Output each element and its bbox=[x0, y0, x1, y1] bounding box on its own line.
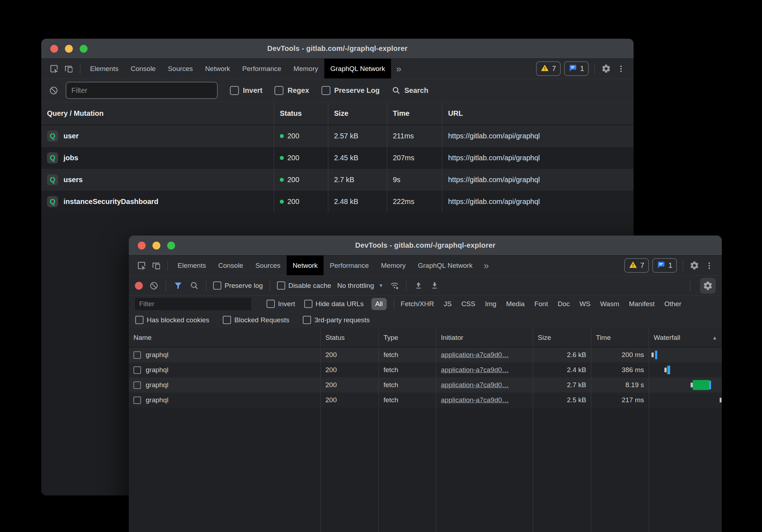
clear-icon[interactable] bbox=[48, 85, 58, 95]
column-header-time[interactable]: Time bbox=[387, 102, 442, 125]
inspect-element-icon[interactable] bbox=[46, 61, 61, 76]
type-filter-media[interactable]: Media bbox=[506, 300, 525, 308]
minimize-button[interactable] bbox=[65, 45, 73, 53]
row-checkbox[interactable] bbox=[133, 396, 141, 404]
column-header-waterfall[interactable]: Waterfall ▲ bbox=[649, 328, 722, 347]
column-header-status[interactable]: Status bbox=[274, 102, 328, 125]
search-icon[interactable] bbox=[189, 281, 199, 291]
kebab-menu-icon[interactable] bbox=[702, 258, 717, 273]
column-header-status[interactable]: Status bbox=[321, 328, 379, 347]
initiator-link[interactable]: application-a7ca9d0… bbox=[441, 366, 509, 374]
tab-graphql-network[interactable]: GraphQL Network bbox=[324, 59, 391, 79]
minimize-button[interactable] bbox=[152, 242, 160, 250]
settings-gear-icon[interactable] bbox=[687, 258, 702, 273]
zoom-button[interactable] bbox=[80, 45, 88, 53]
tab-network[interactable]: Network bbox=[287, 256, 324, 275]
network-row[interactable]: graphql 200 fetch application-a7ca9d0… 2… bbox=[129, 347, 722, 362]
preserve-log-checkbox[interactable] bbox=[213, 281, 221, 290]
row-checkbox[interactable] bbox=[133, 366, 141, 374]
tab-elements[interactable]: Elements bbox=[84, 59, 124, 79]
warnings-badge[interactable]: 7 bbox=[624, 258, 649, 273]
type-filter-fetch-xhr[interactable]: Fetch/XHR bbox=[401, 300, 434, 308]
settings-gear-icon[interactable] bbox=[598, 61, 613, 76]
tab-elements[interactable]: Elements bbox=[171, 256, 212, 275]
close-button[interactable] bbox=[50, 45, 58, 53]
type-filter-wasm[interactable]: Wasm bbox=[600, 300, 619, 308]
zoom-button[interactable] bbox=[167, 242, 175, 250]
clear-icon[interactable] bbox=[149, 281, 159, 291]
tab-console[interactable]: Console bbox=[212, 256, 249, 275]
more-tabs-icon[interactable]: » bbox=[479, 261, 494, 270]
network-conditions-icon[interactable] bbox=[389, 281, 399, 291]
type-filter-css[interactable]: CSS bbox=[461, 300, 475, 308]
initiator-link[interactable]: application-a7ca9d0… bbox=[441, 396, 509, 404]
tab-network[interactable]: Network bbox=[199, 59, 236, 79]
column-header-time[interactable]: Time bbox=[591, 328, 649, 347]
import-har-icon[interactable] bbox=[413, 281, 423, 291]
initiator-link[interactable]: application-a7ca9d0… bbox=[441, 351, 509, 359]
third-party-requests-checkbox[interactable] bbox=[303, 316, 311, 324]
row-checkbox[interactable] bbox=[133, 351, 141, 359]
invert-checkbox[interactable] bbox=[267, 300, 275, 308]
warnings-badge[interactable]: 7 bbox=[536, 61, 561, 76]
messages-badge[interactable]: 1 bbox=[564, 61, 589, 76]
record-network-log-button[interactable] bbox=[135, 282, 143, 290]
waterfall-cell[interactable] bbox=[649, 362, 722, 377]
search-control[interactable]: Search bbox=[392, 86, 428, 95]
export-har-icon[interactable] bbox=[429, 281, 439, 291]
type-filter-all[interactable]: All bbox=[371, 298, 387, 310]
window-titlebar[interactable]: DevTools - gitlab.com/-/graphql-explorer bbox=[129, 236, 722, 256]
type-filter-manifest[interactable]: Manifest bbox=[629, 300, 655, 308]
invert-checkbox[interactable] bbox=[230, 86, 239, 95]
row-checkbox[interactable] bbox=[133, 381, 141, 389]
window-titlebar[interactable]: DevTools - gitlab.com/-/graphql-explorer bbox=[41, 39, 634, 59]
tab-sources[interactable]: Sources bbox=[162, 59, 199, 79]
initiator-link[interactable]: application-a7ca9d0… bbox=[441, 381, 509, 389]
waterfall-cell[interactable] bbox=[649, 393, 722, 408]
tab-memory[interactable]: Memory bbox=[375, 256, 412, 275]
kebab-menu-icon[interactable] bbox=[613, 61, 629, 76]
inspect-element-icon[interactable] bbox=[134, 258, 149, 273]
network-row[interactable]: graphql 200 fetch application-a7ca9d0… 2… bbox=[129, 362, 722, 377]
close-button[interactable] bbox=[138, 242, 146, 250]
network-row[interactable]: graphql 200 fetch application-a7ca9d0… 2… bbox=[129, 377, 722, 393]
type-filter-doc[interactable]: Doc bbox=[558, 300, 570, 308]
device-toolbar-icon[interactable] bbox=[61, 61, 76, 76]
tab-memory[interactable]: Memory bbox=[287, 59, 324, 79]
disable-cache-checkbox[interactable] bbox=[277, 281, 285, 290]
column-header-name[interactable]: Name bbox=[129, 328, 321, 347]
preserve-log-checkbox[interactable] bbox=[321, 86, 330, 95]
tab-graphql-network[interactable]: GraphQL Network bbox=[412, 256, 479, 275]
tab-console[interactable]: Console bbox=[124, 59, 162, 79]
filter-input[interactable] bbox=[66, 82, 218, 99]
table-row[interactable]: Qjobs 200 2.45 kB 207ms https://gitlab.c… bbox=[41, 147, 634, 169]
hide-data-urls-checkbox[interactable] bbox=[304, 300, 312, 308]
table-row[interactable]: Quser 200 2.57 kB 211ms https://gitlab.c… bbox=[41, 125, 634, 147]
type-filter-other[interactable]: Other bbox=[664, 300, 682, 308]
type-filter-font[interactable]: Font bbox=[534, 300, 548, 308]
filter-input[interactable] bbox=[135, 298, 251, 310]
tab-performance[interactable]: Performance bbox=[324, 256, 375, 275]
table-row[interactable]: QinstanceSecurityDashboard 200 2.48 kB 2… bbox=[41, 191, 634, 213]
column-header-size[interactable]: Size bbox=[328, 102, 387, 125]
column-header-type[interactable]: Type bbox=[379, 328, 436, 347]
messages-badge[interactable]: 1 bbox=[652, 258, 677, 273]
type-filter-img[interactable]: Img bbox=[485, 300, 497, 308]
type-filter-js[interactable]: JS bbox=[444, 300, 452, 308]
tab-sources[interactable]: Sources bbox=[249, 256, 287, 275]
column-header-query-mutation[interactable]: Query / Mutation bbox=[41, 102, 274, 125]
network-row[interactable]: graphql 200 fetch application-a7ca9d0… 2… bbox=[129, 393, 722, 408]
has-blocked-cookies-checkbox[interactable] bbox=[135, 316, 144, 324]
filter-funnel-icon[interactable] bbox=[173, 281, 183, 291]
regex-checkbox[interactable] bbox=[274, 86, 283, 95]
column-header-size[interactable]: Size bbox=[533, 328, 591, 347]
column-header-url[interactable]: URL bbox=[442, 102, 634, 125]
more-tabs-icon[interactable]: » bbox=[391, 64, 406, 73]
blocked-requests-checkbox[interactable] bbox=[223, 316, 231, 324]
type-filter-ws[interactable]: WS bbox=[579, 300, 591, 308]
waterfall-cell[interactable] bbox=[649, 347, 722, 362]
waterfall-cell[interactable] bbox=[649, 377, 722, 393]
throttling-dropdown[interactable]: No throttling ▼ bbox=[337, 282, 383, 290]
table-row[interactable]: Qusers 200 2.7 kB 9s https://gitlab.com/… bbox=[41, 169, 634, 191]
tab-performance[interactable]: Performance bbox=[236, 59, 287, 79]
